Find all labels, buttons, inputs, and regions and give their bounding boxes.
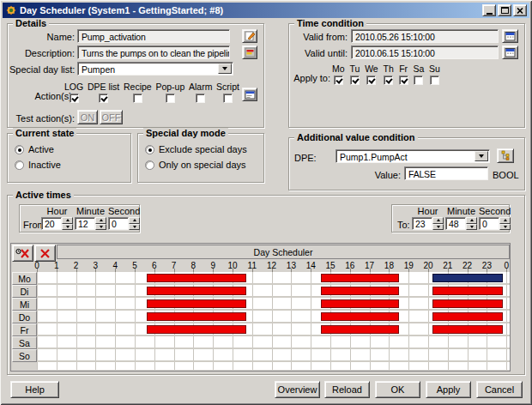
second-column-label: Second bbox=[479, 206, 511, 216]
active-time-bar[interactable] bbox=[432, 287, 503, 295]
help-button[interactable]: Help bbox=[10, 381, 59, 398]
to-minute-down-button[interactable] bbox=[466, 224, 477, 231]
active-time-bar[interactable] bbox=[432, 312, 503, 321]
to-second-down-button[interactable] bbox=[499, 224, 511, 231]
time-condition-group: Time condition Valid from: 2010.05.26 15… bbox=[288, 23, 525, 128]
valid-from-calendar-button[interactable] bbox=[502, 29, 518, 43]
action-column-pop-up: Pop-up bbox=[155, 82, 184, 103]
to-second-value[interactable]: 0 bbox=[479, 217, 499, 230]
value-field[interactable]: FALSE bbox=[404, 166, 488, 180]
arrow-up-icon bbox=[100, 219, 103, 221]
titlebar[interactable]: Day Scheduler (System1 - GettingStarted;… bbox=[3, 3, 529, 18]
close-button[interactable] bbox=[513, 4, 527, 16]
special-day-list-dropdown-button[interactable] bbox=[218, 63, 232, 74]
active-time-bar[interactable] bbox=[321, 325, 399, 334]
reload-button[interactable]: Reload bbox=[324, 381, 370, 398]
overview-button[interactable]: Overview bbox=[275, 381, 320, 398]
dpe-dropdown-button[interactable] bbox=[475, 151, 488, 161]
name-field[interactable]: Pump_activation bbox=[77, 29, 230, 43]
arrow-up-icon bbox=[470, 219, 474, 221]
action-checkbox-alarm[interactable] bbox=[196, 94, 205, 103]
from-minute-down-button[interactable] bbox=[95, 224, 106, 231]
to-minute-value[interactable]: 48 bbox=[445, 217, 466, 230]
active-time-bar[interactable] bbox=[321, 287, 399, 295]
maximize-button[interactable] bbox=[498, 4, 511, 16]
schedule-plot[interactable] bbox=[37, 272, 510, 370]
active-time-bar[interactable] bbox=[321, 274, 399, 282]
minimize-button[interactable] bbox=[482, 4, 496, 16]
apply-day-checkbox-th[interactable] bbox=[384, 76, 393, 85]
delete-all-icon bbox=[15, 248, 30, 259]
maximize-icon bbox=[501, 7, 509, 14]
to-second-up-button[interactable] bbox=[499, 217, 511, 224]
from-hour-spinbox: 20 bbox=[41, 217, 73, 230]
action-column-alarm: Alarm bbox=[189, 82, 212, 103]
description-field[interactable]: Turns the pumps on to clean the pipeline… bbox=[77, 45, 230, 59]
active-time-bar[interactable] bbox=[432, 274, 503, 282]
active-time-bar[interactable] bbox=[432, 299, 503, 308]
delete-icon bbox=[39, 248, 51, 259]
edit-name-button[interactable] bbox=[242, 29, 257, 43]
apply-day-checkbox-tu[interactable] bbox=[350, 76, 360, 85]
from-second-up-button[interactable] bbox=[129, 217, 140, 224]
from-second-value[interactable]: 0 bbox=[108, 217, 129, 230]
active-time-bar[interactable] bbox=[321, 312, 399, 321]
special-day-mode-group: Special day mode Exclude special daysOnl… bbox=[137, 133, 264, 183]
valid-until-field[interactable]: 2010.06.15 15:10:00 bbox=[351, 45, 499, 59]
from-hour-down-button[interactable] bbox=[62, 224, 73, 231]
apply-day-checkbox-mo[interactable] bbox=[334, 76, 343, 85]
apply-day-checkbox-we[interactable] bbox=[366, 76, 376, 85]
mode-radio-only-on-special-days[interactable] bbox=[145, 160, 154, 170]
to-hour-value[interactable]: 23 bbox=[412, 217, 432, 230]
active-time-bar[interactable] bbox=[432, 325, 503, 334]
valid-from-field[interactable]: 2010.05.26 15:10:00 bbox=[351, 29, 499, 43]
dpe-browse-button[interactable] bbox=[497, 148, 514, 163]
action-checkbox-recipe[interactable] bbox=[133, 94, 142, 103]
from-second-down-button[interactable] bbox=[129, 224, 140, 231]
valid-until-calendar-button[interactable] bbox=[502, 45, 518, 59]
action-checkbox-pop-up[interactable] bbox=[166, 94, 175, 103]
apply-day-checkbox-fr[interactable] bbox=[399, 76, 408, 85]
delete-all-times-button[interactable] bbox=[12, 245, 33, 262]
mode-radio-exclude-special-days[interactable] bbox=[145, 145, 154, 154]
from-minute-spinbox: 12 bbox=[75, 217, 106, 230]
cancel-button[interactable]: Cancel bbox=[476, 381, 523, 398]
details-group: Details Name: Pump_activation Descriptio… bbox=[7, 23, 264, 128]
apply-button[interactable]: Apply bbox=[426, 381, 471, 398]
close-icon bbox=[517, 8, 523, 14]
from-hour-value[interactable]: 20 bbox=[41, 217, 62, 230]
description-label: Description: bbox=[9, 48, 75, 58]
action-checkbox-log[interactable] bbox=[70, 94, 79, 103]
action-column-label: LOG bbox=[64, 82, 83, 92]
valid-until-label: Valid until: bbox=[291, 48, 348, 58]
active-time-bar[interactable] bbox=[147, 312, 246, 321]
action-config-button[interactable] bbox=[242, 88, 257, 101]
special-day-list-combo[interactable]: Pumpen bbox=[77, 62, 233, 76]
from-minute-up-button[interactable] bbox=[95, 217, 106, 224]
state-radio-active[interactable] bbox=[15, 145, 24, 154]
from-minute-value[interactable]: 12 bbox=[75, 217, 95, 230]
to-minute-up-button[interactable] bbox=[466, 217, 477, 224]
valid-from-label: Valid from: bbox=[291, 32, 348, 42]
to-hour-up-button[interactable] bbox=[432, 217, 444, 224]
edit-description-button[interactable] bbox=[242, 45, 257, 59]
active-time-bar[interactable] bbox=[147, 287, 246, 295]
apply-day-checkbox-sa[interactable] bbox=[414, 76, 423, 85]
active-time-bar[interactable] bbox=[147, 325, 246, 334]
from-hour-up-button[interactable] bbox=[62, 217, 73, 224]
apply-day-checkbox-su[interactable] bbox=[430, 76, 439, 85]
active-time-bar[interactable] bbox=[321, 299, 399, 308]
ok-button[interactable]: OK bbox=[375, 381, 420, 398]
mode-option-only-on-special-days: Only on special days bbox=[145, 157, 247, 172]
apply-day-column-fr: Fr bbox=[399, 63, 408, 85]
state-radio-inactive[interactable] bbox=[15, 160, 24, 170]
dpe-combo[interactable]: Pump1.PumpAct bbox=[336, 149, 490, 163]
active-time-bar[interactable] bbox=[147, 274, 246, 282]
delete-time-button[interactable] bbox=[34, 245, 56, 262]
value-label: Value: bbox=[360, 170, 401, 180]
action-checkbox-script[interactable] bbox=[223, 94, 233, 103]
active-time-bar[interactable] bbox=[147, 299, 246, 308]
minute-column-label: Minute bbox=[445, 206, 477, 216]
to-hour-down-button[interactable] bbox=[432, 224, 444, 231]
action-checkbox-dpe-list[interactable] bbox=[99, 94, 108, 103]
